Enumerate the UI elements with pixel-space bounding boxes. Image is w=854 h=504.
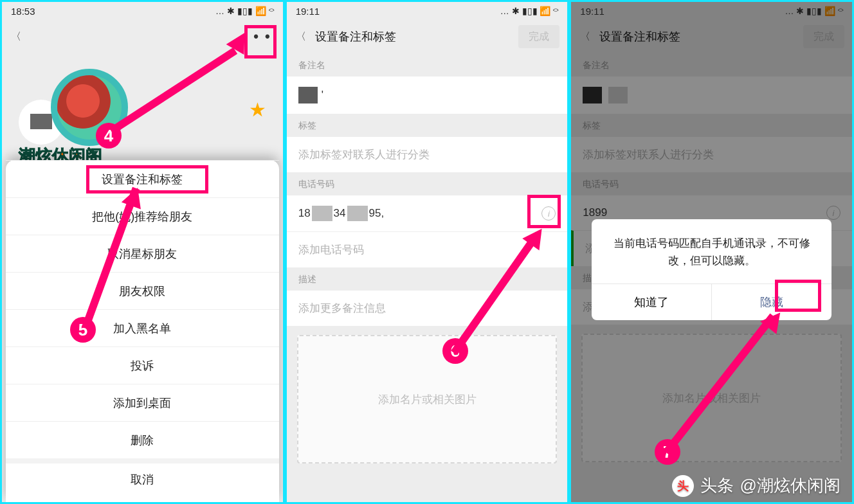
sheet-item-permission[interactable]: 朋友权限 [6, 272, 279, 309]
screenshot-1: 18:53 … ✱ ▮▯▮ 📶 ⌔ 〈 • • • 潮炫休闲阁 ★ 设置备注和标… [2, 2, 283, 502]
sheet-item-blacklist[interactable]: 加入黑名单 [6, 309, 279, 346]
phone-seg1: 18 [298, 207, 311, 220]
toutiao-watermark: 头 头条 @潮炫休闲阁 [672, 474, 840, 497]
tag-input[interactable]: 添加标签对联系人进行分类 [287, 137, 568, 172]
section-label-tag: 标签 [287, 114, 568, 137]
dialog-ok-button[interactable]: 知道了 [592, 284, 711, 320]
sheet-item-report[interactable]: 投诉 [6, 346, 279, 384]
sheet-item-delete[interactable]: 删除 [6, 421, 279, 458]
phone-seg3: 95, [369, 207, 385, 220]
sheet-item-unstar[interactable]: 取消星标朋友 [6, 235, 279, 272]
add-phone-placeholder: 添加电话号码 [298, 242, 364, 257]
section-label-phone: 电话号码 [287, 172, 568, 195]
sheet-cancel[interactable]: 取消 [6, 458, 279, 496]
status-icons: … ✱ ▮▯▮ 📶 ⌔ [500, 6, 559, 16]
page-title: 设置备注和标签 [315, 29, 396, 44]
phone-value-row[interactable]: 18 34 95, i [287, 195, 568, 231]
add-card-area[interactable]: 添加名片或相关图片 [297, 335, 558, 464]
back-icon[interactable]: 〈 [10, 30, 23, 43]
toutiao-text: @潮炫休闲阁 [740, 474, 840, 497]
info-icon[interactable]: i [541, 206, 556, 221]
toutiao-prefix: 头条 [700, 474, 734, 497]
screenshot-3: 19:11 … ✱ ▮▯▮ 📶 ⌔ 〈 设置备注和标签 完成 备注名 标签 添加… [571, 2, 852, 502]
status-icons: … ✱ ▮▯▮ 📶 ⌔ [215, 6, 274, 16]
status-bar: 19:11 … ✱ ▮▯▮ 📶 ⌔ [287, 2, 568, 20]
add-card-label: 添加名片或相关图片 [378, 392, 477, 407]
phone-seg2: 34 [334, 207, 346, 220]
remark-name-input[interactable]: ' [287, 76, 568, 114]
star-icon: ★ [249, 98, 266, 121]
screenshot-2: 19:11 … ✱ ▮▯▮ 📶 ⌔ 〈 设置备注和标签 完成 备注名 ' 标签 … [287, 2, 568, 502]
toutiao-icon: 头 [672, 475, 694, 497]
sheet-item-add-desktop[interactable]: 添加到桌面 [6, 384, 279, 421]
desc-placeholder: 添加更多备注信息 [298, 301, 386, 316]
section-label-desc: 描述 [287, 267, 568, 291]
dialog-buttons: 知道了 隐藏 [592, 284, 831, 320]
back-icon[interactable]: 〈 [295, 30, 307, 43]
action-sheet: 设置备注和标签 把他(她)推荐给朋友 取消星标朋友 朋友权限 加入黑名单 投诉 … [6, 160, 279, 502]
tag-placeholder: 添加标签对联系人进行分类 [298, 147, 430, 162]
status-bar: 18:53 … ✱ ▮▯▮ 📶 ⌔ [2, 2, 283, 20]
section-label-name: 备注名 [287, 53, 568, 76]
phone-mask [347, 206, 368, 221]
title-bar: 〈 设置备注和标签 完成 [287, 20, 568, 53]
dialog-message: 当前电话号码匹配自手机通讯录，不可修改，但可以隐藏。 [592, 219, 831, 284]
alert-dialog: 当前电话号码匹配自手机通讯录，不可修改，但可以隐藏。 知道了 隐藏 [592, 219, 831, 320]
desc-input[interactable]: 添加更多备注信息 [287, 291, 568, 326]
done-button[interactable]: 完成 [518, 25, 559, 48]
phone-mask [312, 206, 332, 221]
status-time: 18:53 [11, 6, 35, 17]
status-time: 19:11 [296, 6, 320, 17]
remark-name-value-mask [298, 87, 318, 104]
